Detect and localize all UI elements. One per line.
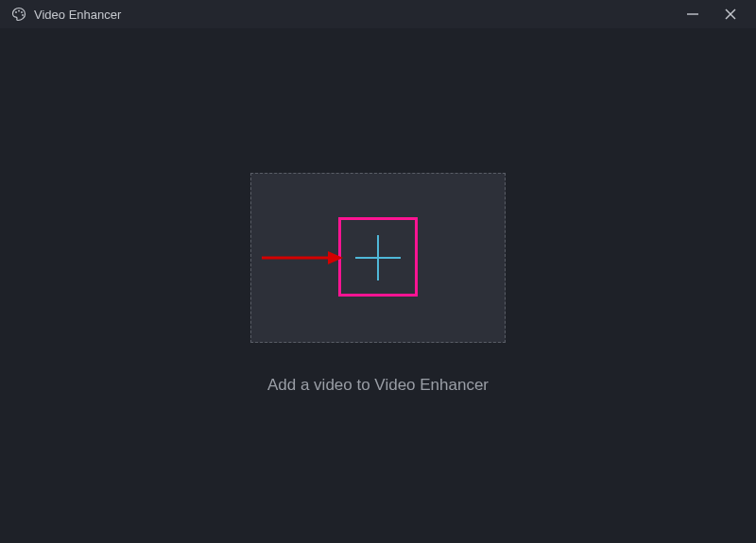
plus-icon xyxy=(350,229,406,286)
svg-point-3 xyxy=(22,14,24,16)
titlebar: Video Enhancer xyxy=(0,0,756,28)
svg-point-1 xyxy=(18,10,20,12)
main-area: Add a video to Video Enhancer xyxy=(0,28,756,543)
minimize-icon xyxy=(685,7,700,22)
add-video-dropzone[interactable] xyxy=(250,173,506,343)
svg-point-0 xyxy=(15,11,17,13)
app-title: Video Enhancer xyxy=(34,8,682,22)
instruction-text: Add a video to Video Enhancer xyxy=(0,376,756,395)
palette-icon xyxy=(11,7,26,22)
close-icon xyxy=(723,7,738,22)
window-controls xyxy=(682,4,745,25)
svg-point-2 xyxy=(21,11,23,13)
close-button[interactable] xyxy=(720,4,741,25)
minimize-button[interactable] xyxy=(682,4,703,25)
